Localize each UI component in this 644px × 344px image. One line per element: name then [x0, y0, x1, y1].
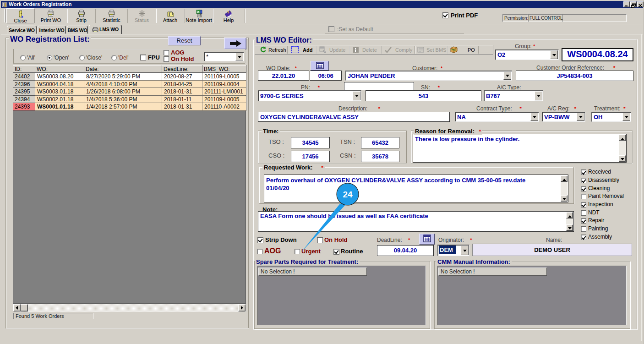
svg-text:?: ? — [227, 11, 229, 15]
svg-text:24: 24 — [343, 190, 353, 199]
